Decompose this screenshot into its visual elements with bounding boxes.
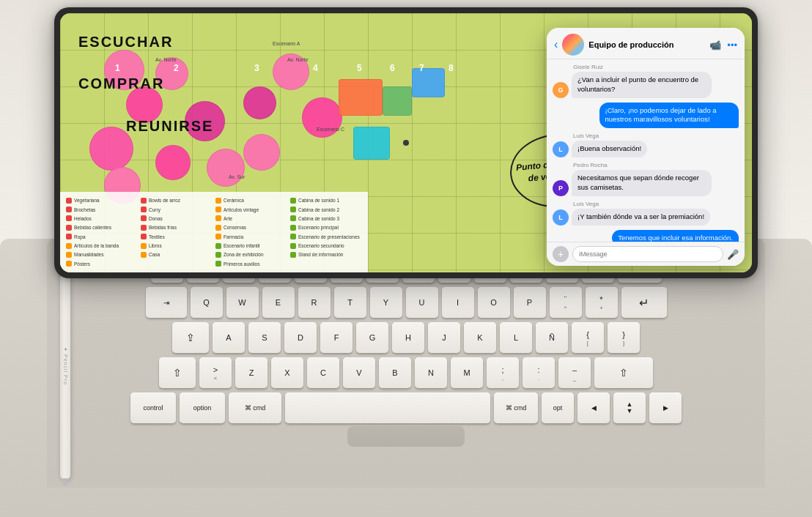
key-control[interactable]: control	[130, 393, 176, 423]
key-semi[interactable]: ;,	[487, 357, 519, 388]
messages-group-name: Equipo de producción	[588, 40, 705, 49]
map-number-7: 7	[419, 63, 424, 73]
map-block-green-1	[383, 86, 412, 116]
key-enter[interactable]: ↵	[621, 287, 667, 318]
msg-row-1: G Gisele Ruiz ¿Van a incluir el punto de…	[553, 64, 739, 98]
key-shift-left[interactable]: ⇧	[159, 357, 196, 388]
messages-overlay: ‹ Equipo de producción 📹 •••	[547, 28, 745, 266]
key-x[interactable]: X	[271, 357, 303, 388]
msg-sender-5: Luis Vega	[572, 201, 710, 207]
key-asterisk[interactable]: *+	[586, 287, 618, 318]
key-c[interactable]: C	[307, 357, 339, 388]
key-space[interactable]	[285, 393, 490, 423]
key-a[interactable]: A	[213, 322, 245, 353]
messages-group-info: Equipo de producción	[588, 40, 705, 49]
reunirse-label: REUNIRSE	[126, 118, 213, 135]
msg-row-3: L Luis Vega ¡Buena observación!	[553, 133, 739, 157]
messages-voice-button[interactable]: 🎤	[727, 249, 739, 260]
msg-bubble-6: Tenemos que incluir esa información.	[612, 230, 739, 242]
map-number-5: 5	[357, 63, 362, 73]
msg-row-5: L Luis Vega ¡Y también dónde va a ser la…	[553, 201, 739, 226]
av-norte-label-2: Av. Norte	[287, 57, 309, 62]
key-arrow-right[interactable]: ▶	[649, 393, 682, 423]
messages-back-button[interactable]: ‹	[554, 38, 558, 51]
key-shift-right[interactable]: ⇧	[594, 357, 653, 388]
msg-sender-1: Gisele Ruiz	[572, 64, 712, 70]
map-block-blue-1	[412, 68, 445, 97]
map-block-orange-1	[339, 79, 383, 116]
key-f[interactable]: F	[320, 322, 353, 353]
map-number-3: 3	[254, 63, 259, 73]
map-number-2: 2	[174, 63, 179, 73]
map-block-pink-8	[207, 149, 245, 187]
key-w[interactable]: W	[226, 287, 259, 318]
key-j[interactable]: J	[428, 322, 460, 353]
main-scene: 1 2 3 4 5 6 7 8 ESCUCHAR BAIL COMPRAR RE…	[0, 0, 812, 517]
keyboard-row-5: control option ⌘ cmd ⌘ cmd opt ◀ ▲ ▼ ▶	[62, 393, 750, 423]
key-tab[interactable]: ⇥	[146, 287, 187, 318]
key-p[interactable]: P	[514, 287, 546, 318]
key-b[interactable]: B	[379, 357, 411, 388]
messages-plus-button[interactable]: +	[553, 246, 569, 262]
map-number-8: 8	[449, 63, 454, 73]
map-legend: Vegetariana Bowls de arroz Cerámica Cabi…	[60, 192, 368, 272]
video-call-icon[interactable]: 📹	[709, 40, 721, 51]
key-enie[interactable]: Ñ	[536, 322, 568, 353]
key-t[interactable]: T	[334, 287, 366, 318]
key-k[interactable]: K	[464, 322, 496, 353]
key-diaeresis[interactable]: ¨^	[550, 287, 582, 318]
key-r[interactable]: R	[298, 287, 331, 318]
key-option[interactable]: option	[180, 393, 225, 423]
key-opt-right[interactable]: opt	[542, 393, 574, 423]
keyboard-trackpad[interactable]	[347, 426, 465, 447]
key-y[interactable]: Y	[370, 287, 402, 318]
msg-bubble-3: ¡Buena observación!	[572, 141, 647, 157]
key-lcurly[interactable]: {[	[572, 322, 604, 353]
key-s[interactable]: S	[248, 322, 281, 353]
key-l[interactable]: L	[500, 322, 532, 353]
av-norte-label: Av. Norte	[155, 57, 177, 62]
key-q[interactable]: Q	[191, 287, 223, 318]
key-d[interactable]: D	[284, 322, 317, 353]
msg-bubble-1: ¿Van a incluir el punto de encuentro de …	[572, 72, 712, 98]
key-g[interactable]: G	[356, 322, 388, 353]
key-i[interactable]: I	[442, 287, 474, 318]
key-m[interactable]: M	[451, 357, 483, 388]
map-block-pink-9	[243, 86, 276, 119]
key-cmd-right[interactable]: ⌘ cmd	[494, 393, 538, 423]
ipad-camera	[403, 140, 409, 146]
key-rcurly[interactable]: }]	[608, 322, 640, 353]
key-o[interactable]: O	[478, 287, 510, 318]
key-h[interactable]: H	[392, 322, 424, 353]
key-dash[interactable]: –_	[558, 357, 591, 388]
key-n[interactable]: N	[415, 357, 447, 388]
msg-avatar-luis: L	[553, 141, 569, 157]
msg-block-6: Tenemos que incluir esa información.	[612, 230, 739, 242]
msg-block-5: Luis Vega ¡Y también dónde va a ser la p…	[572, 201, 710, 226]
key-v[interactable]: V	[343, 357, 375, 388]
messages-input[interactable]	[572, 246, 723, 262]
messages-inputbar: + 🎤	[547, 242, 745, 266]
more-icon[interactable]: •••	[727, 40, 737, 51]
comprar-label: COMPRAR	[78, 75, 164, 92]
msg-row-6: Tenemos que incluir esa información.	[553, 230, 739, 242]
msg-avatar-pedro: P	[553, 180, 569, 196]
key-capslock[interactable]: ⇪	[172, 322, 209, 353]
messages-topbar: ‹ Equipo de producción 📹 •••	[547, 28, 745, 59]
key-arrow-updown[interactable]: ▲ ▼	[613, 393, 646, 423]
key-u[interactable]: U	[406, 287, 438, 318]
escuchar-label: ESCUCHAR	[78, 34, 173, 51]
map-block-pink-7	[155, 145, 191, 180]
msg-row-2: ¡Claro, ¡no podemos dejar de lado a nues…	[553, 103, 739, 129]
msg-bubble-2: ¡Claro, ¡no podemos dejar de lado a nues…	[599, 103, 739, 129]
key-z[interactable]: Z	[235, 357, 267, 388]
key-colon[interactable]: :.	[523, 357, 555, 388]
av-sur-label: Av. Sur	[229, 174, 245, 179]
messages-actions: 📹 •••	[709, 40, 737, 51]
key-arrow-left[interactable]: ◀	[577, 393, 610, 423]
key-gt[interactable]: ><	[199, 357, 232, 388]
msg-avatar-gisele: G	[553, 82, 569, 98]
key-e[interactable]: E	[262, 287, 295, 318]
escenario-a: Escenario A	[273, 41, 300, 46]
key-cmd-left[interactable]: ⌘ cmd	[229, 393, 281, 423]
